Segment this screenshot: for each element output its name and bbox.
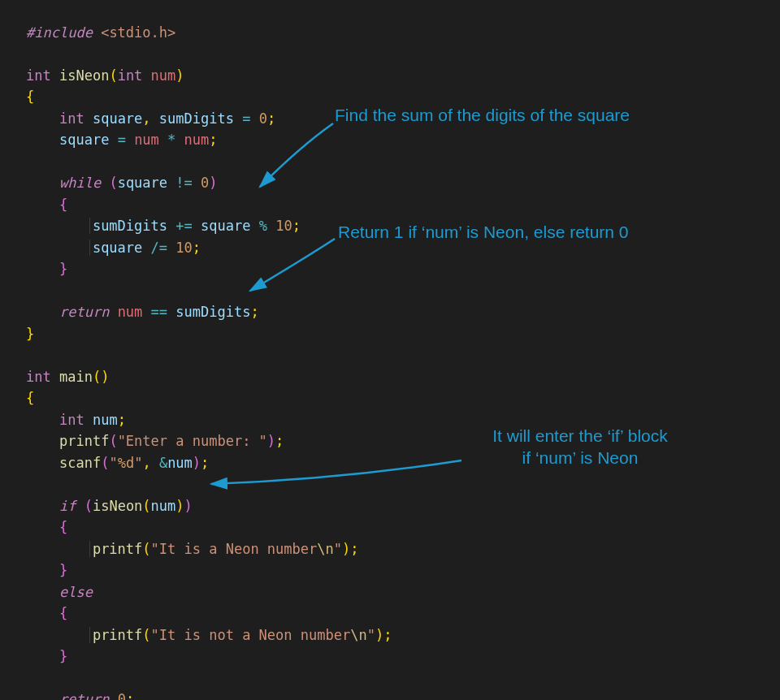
annotation-1: Find the sum of the digits of the square <box>335 104 630 126</box>
var-square: square <box>93 110 142 127</box>
kw-if: if <box>59 498 76 514</box>
annotation-3: It will enter the ‘if’ block if ‘num’ is… <box>466 425 694 469</box>
lbrace: { <box>59 197 67 213</box>
kw-int: int <box>26 67 51 84</box>
str-isnot: "It is not a Neon number <box>151 627 351 643</box>
str-is: "It is a Neon number <box>151 541 318 557</box>
kw-return: return <box>59 304 109 320</box>
fmt-spec: %d <box>118 455 134 471</box>
fn-isNeon: isNeon <box>59 67 109 84</box>
annotation-3-line1: It will enter the ‘if’ block <box>492 426 668 445</box>
var-sumDigits: sumDigits <box>159 110 234 127</box>
annotation-2: Return 1 if ‘num’ is Neon, else return 0 <box>338 221 629 243</box>
call-printf: printf <box>59 433 109 449</box>
fn-main: main <box>59 369 93 385</box>
lbrace: { <box>26 89 34 105</box>
rbrace: } <box>26 326 34 342</box>
kw-else: else <box>59 584 93 600</box>
header-name: <stdio.h> <box>101 24 176 41</box>
var-num: num <box>93 412 118 428</box>
kw-while: while <box>59 175 101 191</box>
param-num: num <box>151 67 176 84</box>
call-scanf: scanf <box>59 455 101 471</box>
lparen: ( <box>109 67 117 84</box>
annotation-3-line2: if ‘num’ is Neon <box>522 448 639 467</box>
str-enter: "Enter a number: " <box>118 433 267 449</box>
rparen: ) <box>176 67 184 84</box>
preproc-include: #include <box>26 24 93 41</box>
rbrace: } <box>59 261 67 277</box>
